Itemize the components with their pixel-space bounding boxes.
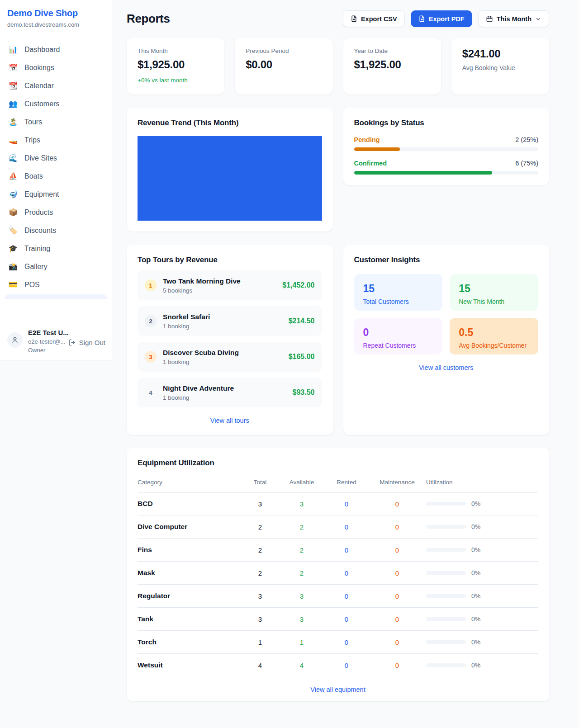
sidebar-item-products[interactable]: 📦 Products <box>4 203 108 221</box>
header-actions: Export CSV Export PDF This Month <box>343 10 549 27</box>
sidebar-item-label: Equipment <box>24 190 59 199</box>
bookings-by-status-card: Bookings by Status Pending 2 (25%) Confi… <box>343 108 550 185</box>
utilization-track <box>426 663 466 667</box>
stat-label: Previous Period <box>246 47 322 54</box>
tour-info: Discover Scuba Diving 1 booking <box>163 349 239 365</box>
status-count: 6 (75%) <box>515 160 538 167</box>
view-all-tours-link[interactable]: View all tours <box>138 417 322 424</box>
revenue-trend-title: Revenue Trend (This Month) <box>138 118 322 128</box>
table-row: Wetsuit 4 4 0 0 0% <box>138 654 538 677</box>
category-cell: BCD <box>138 492 242 515</box>
tile-repeat-customers: 0 Repeat Customers <box>354 318 443 355</box>
rented-cell: 0 <box>325 539 368 562</box>
tile-label: New This Month <box>459 298 529 305</box>
tour-bookings: 1 booking <box>163 323 210 330</box>
tour-bookings: 1 booking <box>163 359 239 365</box>
sidebar-item-discounts[interactable]: 🏷️ Discounts <box>4 222 108 239</box>
export-csv-button[interactable]: Export CSV <box>343 10 405 27</box>
tile-value: 15 <box>459 283 529 295</box>
tile-label: Total Customers <box>363 298 434 305</box>
maintenance-cell: 0 <box>368 654 426 677</box>
sidebar-item-customers[interactable]: 👥 Customers <box>4 95 108 113</box>
bookings-by-status-title: Bookings by Status <box>354 118 539 128</box>
page-header: Reports Export CSV Export PDF This Month <box>127 10 549 27</box>
wave-icon: 🌊 <box>8 154 18 162</box>
sidebar-item-boats[interactable]: ⛵ Boats <box>4 167 108 185</box>
view-all-equipment-link[interactable]: View all equipment <box>138 686 538 693</box>
utilization-track <box>426 571 466 575</box>
utilization-track <box>426 548 466 552</box>
tour-row: 3 Discover Scuba Diving 1 booking $165.0… <box>138 342 322 372</box>
tour-bookings: 5 bookings <box>163 287 241 294</box>
sidebar-item-label: Bookings <box>24 64 54 72</box>
progress-track <box>354 171 539 175</box>
person-icon <box>11 336 19 344</box>
sign-out-button[interactable]: Sign Out <box>68 339 105 346</box>
file-download-icon <box>418 15 425 22</box>
stat-card-avg-booking-value: $241.00 Avg Booking Value <box>451 38 549 95</box>
rank-badge: 4 <box>145 387 157 398</box>
column-header-maintenance: Maintenance <box>368 475 426 492</box>
category-cell: Regulator <box>138 585 242 608</box>
utilization-cell: 0% <box>426 631 538 654</box>
export-pdf-button[interactable]: Export PDF <box>411 10 472 27</box>
sidebar-item-trips[interactable]: 🚤 Trips <box>4 131 108 149</box>
column-header-total: Total <box>242 475 279 492</box>
stat-label: This Month <box>138 47 214 54</box>
page-title: Reports <box>127 12 170 26</box>
sidebar-item-training[interactable]: 🎓 Training <box>4 240 108 257</box>
package-icon: 📦 <box>8 208 18 217</box>
export-pdf-label: Export PDF <box>429 15 465 23</box>
tour-amount: $214.50 <box>289 317 315 325</box>
view-all-customers-link[interactable]: View all customers <box>354 364 539 371</box>
sidebar-active-item-partial[interactable] <box>5 294 107 299</box>
maintenance-cell: 0 <box>368 585 426 608</box>
user-email: e2e-tester@... <box>28 338 69 345</box>
bar-chart-icon: 📊 <box>8 45 18 54</box>
progress-fill <box>354 147 400 151</box>
sidebar-item-label: Dashboard <box>24 46 60 54</box>
table-row: Regulator 3 3 0 0 0% <box>138 585 538 608</box>
rented-cell: 0 <box>325 608 368 631</box>
total-cell: 2 <box>242 562 279 585</box>
user-name: E2E Test U... <box>28 329 69 336</box>
shop-name: Demo Dive Shop <box>7 8 104 19</box>
sidebar-item-tours[interactable]: 🏝️ Tours <box>4 113 108 131</box>
shop-domain: demo.test.divestreams.com <box>7 21 104 28</box>
graduation-cap-icon: 🎓 <box>8 244 18 253</box>
customer-insights-card: Customer Insights 15 Total Customers 15 … <box>343 245 550 435</box>
rented-cell: 0 <box>325 585 368 608</box>
sidebar-item-calendar[interactable]: 📆 Calendar <box>4 77 108 95</box>
sidebar-item-dive-sites[interactable]: 🌊 Dive Sites <box>4 149 108 167</box>
progress-track <box>354 147 539 151</box>
sidebar-item-equipment[interactable]: 🤿 Equipment <box>4 185 108 203</box>
sidebar-item-label: Trips <box>24 136 40 144</box>
period-select[interactable]: This Month <box>478 10 549 27</box>
utilization-track <box>426 617 466 621</box>
rented-cell: 0 <box>325 654 368 677</box>
status-label: Pending <box>354 136 380 143</box>
sidebar-item-pos[interactable]: 💳 POS <box>4 276 108 293</box>
category-cell: Wetsuit <box>138 654 242 677</box>
total-cell: 3 <box>242 585 279 608</box>
stat-value: $0.00 <box>246 58 322 71</box>
utilization-cell: 0% <box>426 539 538 562</box>
sidebar-item-label: Products <box>24 208 53 217</box>
utilization-cell: 0% <box>426 654 538 677</box>
column-header-rented: Rented <box>325 475 368 492</box>
tour-info: Snorkel Safari 1 booking <box>163 313 210 330</box>
utilization-track <box>426 594 466 598</box>
sidebar-item-bookings[interactable]: 📅 Bookings <box>4 59 108 76</box>
stat-label: Avg Booking Value <box>462 64 538 71</box>
sidebar-item-dashboard[interactable]: 📊 Dashboard <box>4 41 108 58</box>
rank-badge: 3 <box>145 351 157 363</box>
table-row: Dive Computer 2 2 0 0 0% <box>138 515 538 539</box>
sidebar-item-gallery[interactable]: 📸 Gallery <box>4 258 108 275</box>
tour-info: Night Dive Adventure 1 booking <box>163 384 234 401</box>
sidebar-item-label: Customers <box>24 100 59 108</box>
user-info: E2E Test U... e2e-tester@... Owner <box>28 329 69 354</box>
calendar-date-icon: 📅 <box>8 63 18 72</box>
insights-row: Top Tours by Revenue 1 Two Tank Morning … <box>127 245 549 435</box>
available-cell: 3 <box>279 608 325 631</box>
category-cell: Dive Computer <box>138 515 242 539</box>
